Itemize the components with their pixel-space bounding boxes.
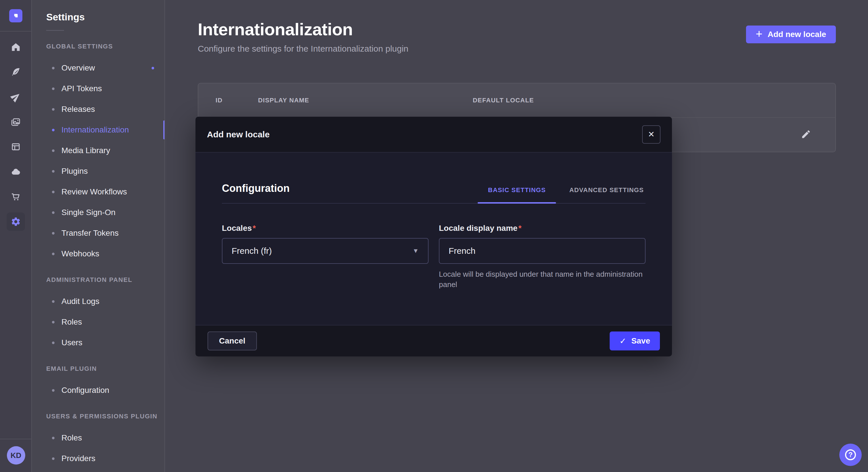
required-asterisk: *: [253, 224, 256, 233]
column-header-id: ID: [216, 97, 258, 104]
sidebar-item-single-sign-on[interactable]: Single Sign-On: [32, 202, 164, 223]
settings-tabs: BASIC SETTINGS ADVANCED SETTINGS: [486, 186, 646, 203]
add-new-locale-label: Add new locale: [768, 30, 826, 39]
display-name-field: Locale display name* French Locale will …: [439, 224, 646, 290]
modal-form-fields: Locales* French (fr) ▼ Locale display na…: [222, 224, 646, 290]
column-header-default-locale: DEFAULT LOCALE: [473, 97, 818, 104]
locales-select[interactable]: French (fr) ▼: [222, 238, 429, 264]
sidebar-item-review-workflows[interactable]: Review Workflows: [32, 181, 164, 202]
modal-body: Configuration BASIC SETTINGS ADVANCED SE…: [195, 153, 672, 325]
display-name-label: Locale display name*: [439, 224, 646, 233]
bullet-icon: [52, 252, 55, 255]
sidebar-item-api-tokens[interactable]: API Tokens: [32, 78, 164, 99]
section-label-administration-panel: ADMINISTRATION PANEL: [46, 276, 164, 283]
table-header-row: ID DISPLAY NAME DEFAULT LOCALE: [198, 83, 835, 117]
section-label-global-settings: GLOBAL SETTINGS: [46, 43, 164, 50]
bullet-icon: [52, 67, 55, 69]
home-icon[interactable]: [7, 38, 25, 56]
close-icon: ✕: [648, 130, 654, 139]
sidebar-item-releases[interactable]: Releases: [32, 99, 164, 120]
configuration-title: Configuration: [222, 182, 290, 194]
rail-bottom-divider: [0, 439, 32, 439]
rail-divider: [0, 31, 32, 32]
sidebar-item-up-providers[interactable]: Providers: [32, 448, 164, 469]
sidebar-item-plugins[interactable]: Plugins: [32, 161, 164, 181]
users-permissions-list: Roles Providers: [32, 428, 164, 469]
sidebar-item-internationalization[interactable]: Internationalization: [32, 120, 164, 140]
tab-basic-settings[interactable]: BASIC SETTINGS: [486, 186, 547, 203]
sidebar-item-email-configuration[interactable]: Configuration: [32, 380, 164, 401]
email-plugin-list: Configuration: [32, 380, 164, 401]
bullet-icon: [52, 389, 55, 392]
modal-close-button[interactable]: ✕: [642, 125, 660, 144]
app-root: KD Settings GLOBAL SETTINGS Overview API…: [0, 0, 868, 472]
bullet-icon: [52, 232, 55, 235]
bullet-icon: [52, 191, 55, 193]
sidebar-item-up-roles[interactable]: Roles: [32, 428, 164, 448]
help-button[interactable]: ?: [839, 444, 862, 466]
content-type-builder-icon[interactable]: [7, 138, 25, 156]
modal-header: Add new locale ✕: [195, 117, 672, 153]
bullet-icon: [52, 341, 55, 344]
sidebar-item-overview[interactable]: Overview: [32, 58, 164, 78]
bullet-icon: [52, 88, 55, 90]
check-icon: ✓: [619, 336, 626, 346]
save-button-label: Save: [631, 336, 650, 345]
bullet-icon: [52, 321, 55, 324]
pencil-icon: [801, 129, 811, 139]
bullet-icon: [52, 300, 55, 303]
sidebar-item-audit-logs[interactable]: Audit Logs: [32, 291, 164, 312]
rail-icon-list: [7, 38, 25, 237]
locales-field: Locales* French (fr) ▼: [222, 224, 429, 290]
question-mark-icon: ?: [845, 449, 856, 460]
media-library-icon[interactable]: [7, 113, 25, 131]
edit-locale-button[interactable]: [801, 129, 818, 140]
add-new-locale-modal: Add new locale ✕ Configuration BASIC SET…: [195, 117, 672, 357]
bullet-icon: [52, 149, 55, 152]
main-nav-rail: KD: [0, 0, 32, 472]
display-name-input-value: French: [448, 246, 475, 256]
strapi-logo-icon: [12, 12, 20, 20]
sidebar-title: Settings: [46, 11, 164, 23]
settings-sidebar: Settings GLOBAL SETTINGS Overview API To…: [32, 0, 165, 472]
locales-select-value: French (fr): [231, 246, 272, 256]
display-name-hint: Locale will be displayed under that name…: [439, 269, 646, 290]
chevron-down-icon: ▼: [412, 247, 419, 255]
bullet-icon: [52, 437, 55, 439]
user-avatar[interactable]: KD: [7, 446, 25, 465]
add-new-locale-button[interactable]: + Add new locale: [746, 26, 836, 43]
plus-icon: +: [756, 28, 763, 40]
bullet-icon: [52, 211, 55, 214]
global-settings-list: Overview API Tokens Releases Internation…: [32, 58, 164, 264]
section-label-users-permissions-plugin: USERS & PERMISSIONS PLUGIN: [46, 413, 164, 420]
modal-title: Add new locale: [207, 130, 270, 139]
cloud-icon[interactable]: [7, 163, 25, 181]
bullet-icon: [52, 170, 55, 173]
configuration-header: Configuration BASIC SETTINGS ADVANCED SE…: [222, 182, 646, 204]
sidebar-item-admin-roles[interactable]: Roles: [32, 312, 164, 332]
display-name-input[interactable]: French: [439, 238, 646, 264]
sidebar-title-divider: [46, 30, 64, 31]
column-header-display-name: DISPLAY NAME: [258, 97, 473, 104]
administration-panel-list: Audit Logs Roles Users: [32, 291, 164, 353]
locales-label: Locales*: [222, 224, 429, 233]
modal-footer: Cancel ✓ Save: [195, 325, 672, 357]
settings-gear-icon[interactable]: [7, 212, 25, 231]
strapi-logo[interactable]: [9, 9, 22, 22]
section-label-email-plugin: EMAIL PLUGIN: [46, 365, 164, 372]
sidebar-item-media-library[interactable]: Media Library: [32, 140, 164, 161]
save-button[interactable]: ✓ Save: [610, 332, 660, 350]
deploy-send-icon[interactable]: [7, 88, 25, 106]
sidebar-item-transfer-tokens[interactable]: Transfer Tokens: [32, 223, 164, 243]
content-manager-feather-icon[interactable]: [7, 63, 25, 81]
sidebar-item-webhooks[interactable]: Webhooks: [32, 243, 164, 264]
bullet-icon: [52, 458, 55, 460]
notification-dot: [152, 67, 154, 69]
bullet-icon: [52, 129, 55, 131]
cancel-button[interactable]: Cancel: [208, 332, 257, 350]
page-subtitle: Configure the settings for the Internati…: [198, 44, 868, 54]
marketplace-cart-icon[interactable]: [7, 188, 25, 206]
tab-advanced-settings[interactable]: ADVANCED SETTINGS: [567, 186, 646, 203]
bullet-icon: [52, 108, 55, 111]
sidebar-item-admin-users[interactable]: Users: [32, 332, 164, 353]
